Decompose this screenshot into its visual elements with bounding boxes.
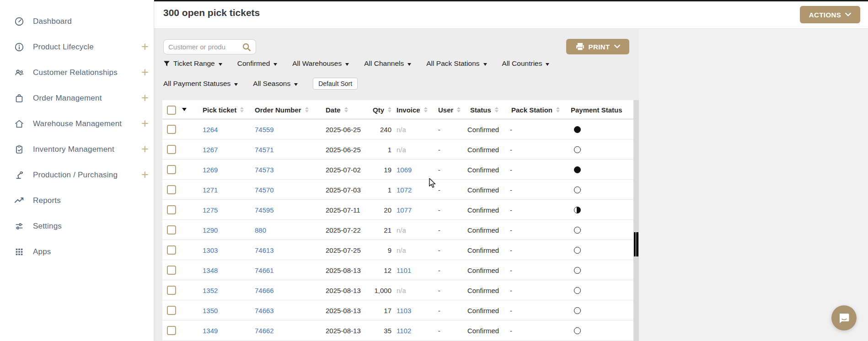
column-header-pack-station[interactable]: Pack Station — [511, 100, 560, 119]
expand-plus-button[interactable]: + — [139, 92, 151, 105]
invoice-link[interactable]: 1072 — [396, 186, 412, 194]
row-checkbox[interactable] — [167, 145, 176, 154]
pick-ticket-link[interactable]: 1264 — [203, 119, 218, 139]
pick-ticket-link[interactable]: 1352 — [203, 280, 218, 300]
filter-all-pack-stations[interactable]: All Pack Stations — [426, 59, 487, 68]
filter-ticket-range[interactable]: Ticket Range — [163, 59, 222, 68]
order-number-link[interactable]: 74571 — [255, 146, 274, 154]
pick-ticket-link[interactable]: 1348 — [203, 260, 218, 280]
pick-ticket-link[interactable]: 1271 — [203, 186, 218, 194]
chat-launcher-button[interactable] — [831, 305, 857, 330]
pick-ticket-link[interactable]: 1275 — [203, 206, 218, 214]
order-number-link[interactable]: 74666 — [255, 287, 274, 294]
order-number-link[interactable]: 74595 — [255, 200, 274, 220]
order-number-link[interactable]: 74613 — [255, 240, 274, 260]
order-number-link[interactable]: 74573 — [255, 160, 274, 180]
pick-ticket-link[interactable]: 1303 — [203, 240, 218, 260]
invoice-link[interactable]: 1101 — [396, 266, 411, 274]
expand-plus-button[interactable]: + — [139, 169, 151, 181]
invoice-link[interactable]: 1077 — [396, 206, 412, 214]
sort-arrows-icon[interactable] — [240, 107, 244, 112]
sidebar-item-inventory-management[interactable]: Inventory Management+ — [0, 137, 154, 162]
expand-plus-button[interactable]: + — [139, 41, 151, 53]
order-number-link[interactable]: 880 — [255, 226, 266, 234]
row-checkbox[interactable] — [167, 225, 176, 234]
column-header-date[interactable]: Date — [326, 100, 348, 119]
filter-all-payment-statuses[interactable]: All Payment Statuses — [163, 80, 238, 88]
row-checkbox[interactable] — [167, 165, 176, 174]
pick-ticket-link[interactable]: 1264 — [203, 126, 218, 133]
pick-ticket-link[interactable]: 1350 — [203, 300, 218, 320]
sort-arrows-icon[interactable] — [305, 107, 309, 112]
order-number-link[interactable]: 74571 — [255, 139, 274, 160]
pick-ticket-link[interactable]: 1269 — [203, 160, 218, 180]
order-number-link[interactable]: 74613 — [255, 246, 274, 254]
filter-all-countries[interactable]: All Countries — [502, 59, 550, 68]
order-number-link[interactable]: 74663 — [255, 300, 274, 320]
order-number-link[interactable]: 74573 — [255, 166, 274, 174]
order-number-link[interactable]: 74662 — [255, 327, 274, 335]
pick-ticket-link[interactable]: 1350 — [203, 307, 218, 314]
sort-arrows-icon[interactable] — [457, 107, 461, 112]
order-number-link[interactable]: 880 — [255, 220, 266, 240]
invoice-cell[interactable]: 1101 — [396, 260, 411, 280]
order-number-link[interactable]: 74666 — [255, 280, 274, 300]
invoice-cell[interactable]: 1069 — [396, 160, 412, 180]
expand-plus-button[interactable]: + — [139, 66, 151, 79]
column-header-user[interactable]: User — [438, 100, 461, 119]
order-number-link[interactable]: 74661 — [255, 260, 274, 280]
search-input[interactable] — [168, 43, 242, 51]
pick-ticket-link[interactable]: 1290 — [203, 220, 218, 240]
panel-resize-handle[interactable] — [634, 232, 638, 256]
pick-ticket-link[interactable]: 1303 — [203, 246, 218, 254]
row-checkbox[interactable] — [167, 125, 176, 134]
filter-confirmed[interactable]: Confirmed — [237, 59, 278, 68]
invoice-cell[interactable]: 1103 — [396, 300, 411, 320]
invoice-cell[interactable]: 1102 — [396, 320, 411, 341]
pick-ticket-link[interactable]: 1349 — [203, 320, 218, 341]
order-number-link[interactable]: 74662 — [255, 320, 274, 341]
select-all-checkbox[interactable] — [167, 106, 176, 115]
sort-arrows-icon[interactable] — [388, 107, 391, 112]
sidebar-item-order-management[interactable]: Order Management+ — [0, 85, 154, 111]
order-number-link[interactable]: 74595 — [255, 206, 274, 214]
filter-all-channels[interactable]: All Channels — [364, 59, 411, 68]
invoice-cell[interactable]: 1077 — [396, 200, 412, 220]
print-button[interactable]: PRINT — [566, 39, 629, 54]
invoice-link[interactable]: 1103 — [396, 307, 411, 314]
sidebar-item-apps[interactable]: Apps — [0, 239, 154, 265]
pick-ticket-link[interactable]: 1349 — [203, 327, 218, 335]
sidebar-item-production-purchasing[interactable]: Production / Purchasing+ — [0, 162, 154, 188]
sidebar-item-product-lifecycle[interactable]: Product Lifecycle+ — [0, 34, 154, 60]
column-header-pick-ticket[interactable]: Pick ticket — [203, 100, 244, 119]
sort-arrows-icon[interactable] — [495, 107, 498, 112]
row-checkbox[interactable] — [167, 266, 176, 275]
sidebar-item-dashboard[interactable]: Dashboard — [0, 9, 154, 34]
row-checkbox[interactable] — [167, 205, 176, 214]
actions-button[interactable]: ACTIONS — [800, 6, 860, 23]
row-checkbox[interactable] — [167, 326, 176, 335]
invoice-cell[interactable]: 1072 — [396, 180, 412, 200]
filter-all-seasons[interactable]: All Seasons — [253, 80, 298, 88]
invoice-link[interactable]: 1069 — [396, 166, 412, 174]
expand-plus-button[interactable]: + — [139, 143, 151, 156]
row-checkbox[interactable] — [167, 245, 176, 255]
search-icon[interactable] — [242, 43, 251, 52]
column-header-invoice[interactable]: Invoice — [396, 100, 428, 119]
filter-all-warehouses[interactable]: All Warehouses — [292, 59, 349, 68]
select-menu-caret-icon[interactable] — [182, 108, 187, 111]
order-number-link[interactable]: 74661 — [255, 266, 274, 274]
pick-ticket-link[interactable]: 1352 — [203, 287, 218, 294]
column-header-status[interactable]: Status — [470, 100, 498, 119]
row-checkbox[interactable] — [167, 185, 176, 194]
order-number-link[interactable]: 74559 — [255, 119, 274, 139]
row-checkbox[interactable] — [167, 306, 176, 315]
sidebar-item-customer-relationships[interactable]: Customer Relationships+ — [0, 60, 154, 85]
invoice-link[interactable]: 1102 — [396, 327, 411, 335]
sidebar-item-warehouse-management[interactable]: Warehouse Management+ — [0, 111, 154, 137]
column-header-payment-status[interactable]: Payment Status — [571, 100, 622, 119]
order-number-link[interactable]: 74570 — [255, 180, 274, 200]
sort-arrows-icon[interactable] — [556, 107, 560, 112]
default-sort-button[interactable]: Default Sort — [313, 78, 358, 90]
row-checkbox[interactable] — [167, 286, 176, 295]
